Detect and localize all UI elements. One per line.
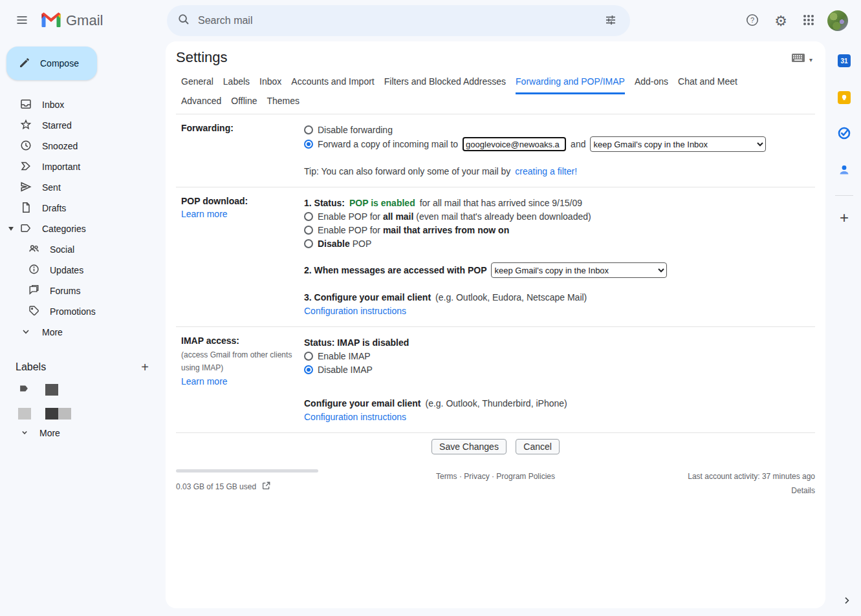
open-in-new-icon[interactable]	[261, 481, 271, 493]
tab-general[interactable]: General	[181, 76, 213, 94]
tab-forwarding-and-pop-imap[interactable]: Forwarding and POP/IMAP	[516, 76, 625, 94]
get-add-ons-button[interactable]: +	[831, 205, 857, 231]
create-label-button[interactable]: +	[141, 360, 149, 375]
sidebar-item-sent[interactable]: Sent	[0, 177, 166, 198]
cancel-button[interactable]: Cancel	[516, 439, 560, 454]
pop-configuration-instructions-link[interactable]: Configuration instructions	[304, 306, 406, 316]
save-changes-button[interactable]: Save Changes	[431, 439, 507, 454]
keyboard-icon	[791, 53, 805, 66]
sidebar-item-more[interactable]: More	[0, 322, 166, 343]
tasks-icon	[837, 126, 851, 143]
sidebar-item-forums[interactable]: Forums	[0, 281, 166, 301]
sidebar-item-drafts[interactable]: Drafts	[0, 198, 166, 218]
pop-action-select[interactable]: keep Gmail's copy in the Inbox	[491, 262, 667, 278]
disable-forwarding-radio[interactable]	[304, 125, 313, 134]
sidebar-item-important[interactable]: Important	[0, 156, 166, 177]
last-account-activity: Last account activity: 37 minutes ago	[688, 472, 815, 481]
imap-configuration-instructions-link[interactable]: Configuration instructions	[304, 412, 406, 422]
dropdown-arrow-icon: ▾	[809, 56, 812, 63]
sidebar-item-updates[interactable]: Updates	[0, 260, 166, 281]
forward-copy-radio[interactable]	[304, 140, 313, 149]
search-options-button[interactable]	[596, 6, 625, 35]
send-icon	[19, 180, 32, 195]
sidebar-item-snoozed[interactable]: Snoozed	[0, 136, 166, 156]
forwarding-tip: Tip: You can also forward only some of y…	[304, 166, 510, 176]
pencil-icon	[18, 56, 31, 71]
disable-imap-radio[interactable]	[304, 365, 313, 374]
search-bar	[167, 5, 630, 36]
expander-triangle-icon[interactable]	[8, 227, 14, 231]
chevron-down-icon	[19, 325, 32, 340]
calendar-icon: 31	[838, 54, 851, 67]
tab-labels[interactable]: Labels	[223, 76, 250, 94]
privacy-link[interactable]: Privacy	[464, 472, 489, 481]
contacts-app-button[interactable]	[831, 158, 857, 184]
storage-usage: 0.03 GB of 15 GB used	[176, 482, 256, 491]
imap-access-section: IMAP access: (access Gmail from other cl…	[176, 327, 815, 433]
tab-inbox[interactable]: Inbox	[259, 76, 281, 94]
help-button[interactable]: ?	[738, 6, 767, 35]
tab-advanced[interactable]: Advanced	[181, 96, 221, 114]
label-item-redacted-2[interactable]	[0, 404, 166, 423]
tab-filters-and-blocked-addresses[interactable]: Filters and Blocked Addresses	[384, 76, 506, 94]
pop-when-label: 2. When messages are accessed with POP	[304, 265, 486, 275]
terms-link[interactable]: Terms	[436, 472, 457, 481]
page-title: Settings	[176, 49, 228, 66]
redacted-label-text	[45, 384, 58, 396]
tab-chat-and-meet[interactable]: Chat and Meet	[678, 76, 737, 94]
enable-pop-from-now-radio[interactable]	[304, 226, 313, 235]
imap-section-sub: (access Gmail from other clients using I…	[181, 348, 299, 375]
google-apps-button[interactable]	[795, 6, 823, 35]
search-icon[interactable]	[177, 13, 190, 28]
pop-status: POP is enabled	[349, 198, 415, 208]
apps-grid-icon	[803, 15, 815, 27]
activity-details-link[interactable]: Details	[688, 486, 815, 495]
tab-offline[interactable]: Offline	[231, 96, 257, 114]
settings-footer: 0.03 GB of 15 GB used Terms · Privacy · …	[176, 469, 815, 508]
forwarding-section: Forwarding: Disable forwarding Forward a…	[176, 114, 815, 187]
tasks-app-button[interactable]	[831, 122, 857, 147]
gmail-wordmark: Gmail	[66, 12, 103, 29]
account-avatar[interactable]	[827, 10, 848, 31]
redacted-label-text	[58, 408, 71, 420]
disable-pop-radio[interactable]	[304, 239, 313, 248]
tab-add-ons[interactable]: Add-ons	[635, 76, 668, 94]
tune-icon	[604, 14, 617, 28]
compose-button[interactable]: Compose	[6, 47, 97, 80]
enable-pop-all-mail-radio[interactable]	[304, 212, 313, 221]
tab-themes[interactable]: Themes	[267, 96, 300, 114]
search-input[interactable]	[198, 15, 596, 27]
forward-email-input[interactable]	[463, 137, 566, 151]
label-icon	[19, 222, 32, 237]
show-side-panel-button[interactable]	[842, 595, 852, 608]
storage-progress-bar	[176, 469, 318, 473]
settings-button[interactable]: ⚙	[767, 6, 795, 35]
forward-action-select[interactable]: keep Gmail's copy in the Inbox	[590, 136, 766, 152]
keep-app-button[interactable]	[831, 85, 857, 111]
imap-learn-more-link[interactable]: Learn more	[181, 376, 228, 387]
input-tools-selector[interactable]: ▾	[791, 53, 812, 66]
gmail-logo[interactable]: Gmail	[41, 12, 103, 30]
sidebar-item-categories[interactable]: Categories	[0, 218, 166, 239]
redacted-label-text	[45, 408, 58, 420]
labels-more[interactable]: More	[0, 423, 166, 443]
draft-icon	[19, 201, 32, 216]
label-tag-icon	[18, 383, 30, 397]
sidebar-item-inbox[interactable]: Inbox	[0, 94, 166, 115]
sidebar-item-starred[interactable]: Starred	[0, 115, 166, 136]
sidebar-item-promotions[interactable]: Promotions	[0, 301, 166, 322]
calendar-app-button[interactable]: 31	[831, 48, 857, 74]
hamburger-icon	[16, 14, 28, 28]
label-item-redacted-1[interactable]	[0, 380, 166, 399]
tab-accounts-and-import[interactable]: Accounts and Import	[291, 76, 374, 94]
creating-a-filter-link[interactable]: creating a filter!	[515, 166, 577, 176]
rail-divider	[835, 195, 853, 196]
sidebar-item-social[interactable]: Social	[0, 239, 166, 260]
gmail-m-icon	[41, 12, 61, 30]
program-policies-link[interactable]: Program Policies	[496, 472, 555, 481]
pop-learn-more-link[interactable]: Learn more	[181, 209, 228, 219]
enable-imap-radio[interactable]	[304, 352, 313, 361]
help-icon: ?	[745, 13, 759, 29]
main-menu-button[interactable]	[8, 6, 36, 35]
chevron-down-icon	[19, 427, 30, 440]
